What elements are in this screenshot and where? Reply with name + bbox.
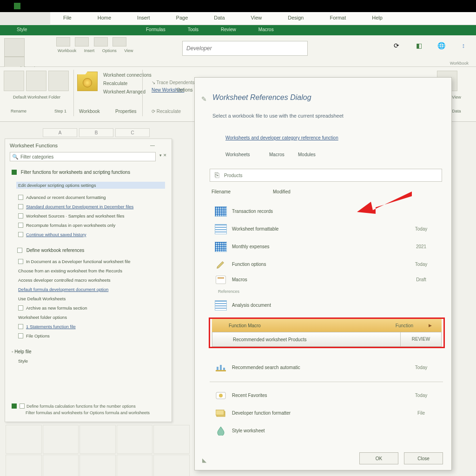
svg-rect-1	[217, 367, 218, 370]
ribbon-mini-workbook[interactable]: Workbook	[58, 48, 76, 53]
query-icon[interactable]: ◧	[412, 40, 426, 51]
checkbox-icon[interactable]	[18, 305, 23, 311]
dialog-highlight-row-1[interactable]: Function Macro Function ▶	[212, 319, 442, 332]
app-shell: File Home Insert Page Data View Design F…	[0, 0, 476, 476]
list-item[interactable]: Recommended search automaticToday	[210, 358, 443, 376]
ribbon-search-input[interactable]	[182, 41, 308, 56]
list-item[interactable]: Function optionsToday	[210, 255, 443, 273]
ok-button[interactable]: OK	[359, 452, 398, 464]
sheet-grid[interactable]	[5, 424, 191, 476]
sort-icon[interactable]: ↕	[456, 40, 470, 51]
col-header-a[interactable]: A	[43, 128, 77, 137]
taskpane-minimize-icon[interactable]: —	[150, 143, 155, 148]
list-item[interactable]: Worksheet formattableToday	[210, 220, 443, 238]
pen-icon	[210, 259, 232, 270]
menu-format[interactable]: Format	[317, 12, 359, 25]
droplet-icon	[210, 426, 232, 436]
tp-item[interactable]: Use Default Worksheets	[18, 296, 165, 301]
bullet-icon	[12, 403, 17, 409]
dialog-highlight-row-2[interactable]: Recommended worksheet Products REVIEW	[212, 332, 442, 347]
list-item[interactable]: Transaction records	[210, 202, 443, 220]
tp-item[interactable]: Standard document for Development in Dec…	[18, 204, 165, 209]
tp-item[interactable]: In Document as a Developer functional wo…	[18, 259, 165, 264]
dialog-top-link[interactable]: Worksheets and developer category refere…	[225, 135, 338, 140]
taskpane-caret-icon[interactable]: ▾ ✕	[159, 153, 167, 158]
col-header-b[interactable]: B	[79, 128, 113, 137]
menu-page[interactable]: Page	[163, 12, 201, 25]
tp-item[interactable]: Continue without saved history	[18, 232, 165, 237]
tp-item[interactable]: Worksheet folder options	[18, 315, 165, 320]
ribbon-tab-formulas[interactable]: Formulas	[135, 25, 177, 35]
menu-help[interactable]: Help	[359, 12, 396, 25]
cancel-button[interactable]: Close	[404, 452, 443, 464]
ribbon-right-label: Workbook	[450, 61, 469, 66]
taskpane-filter-dropdown[interactable]: 🔍 Filter categories	[10, 152, 156, 161]
resize-grip-icon[interactable]: ◣	[202, 457, 206, 463]
refresh-icon[interactable]: ⟳	[390, 40, 403, 51]
trace-icon-label[interactable]: ↘ Trace Dependents	[152, 80, 195, 85]
ribbon2-mid-0[interactable]: Recalculate	[103, 81, 127, 86]
dialog-col-modified[interactable]: Modified	[273, 189, 291, 194]
tp-item[interactable]: Recompute formulas in open worksheets on…	[18, 223, 165, 228]
checkbox-icon[interactable]	[18, 195, 23, 200]
ribbon-style-label: Style	[17, 27, 27, 32]
dialog-tab-worksheets[interactable]: Worksheets	[225, 152, 250, 157]
menu-home[interactable]: Home	[85, 12, 124, 25]
dialog-tab-macros[interactable]: Macros	[269, 152, 284, 157]
checkbox-icon[interactable]	[18, 213, 23, 218]
tp-item[interactable]: Archive as new formula section	[18, 305, 165, 311]
checkbox-icon[interactable]	[18, 223, 23, 228]
checkbox-icon[interactable]	[18, 259, 23, 264]
book-big-icon[interactable]	[4, 71, 24, 91]
col-header-c[interactable]: C	[115, 128, 150, 137]
checkbox-icon[interactable]	[18, 204, 23, 209]
menu-view[interactable]: View	[238, 12, 275, 25]
ribbon-tab-tools[interactable]: Tools	[177, 25, 210, 35]
tp-item[interactable]: Default formula development document opt…	[18, 287, 165, 292]
ribbon2-link-b[interactable]: Options	[177, 87, 192, 93]
dialog-search-input[interactable]: ⎘ Products	[210, 169, 442, 182]
tp-item[interactable]: Choose from an existing worksheet from t…	[18, 268, 165, 273]
menu-insert[interactable]: Insert	[124, 12, 163, 25]
ribbon-mini-view[interactable]: View	[124, 48, 133, 53]
list-item-sub[interactable]: References	[210, 286, 443, 296]
tp-item[interactable]: Edit developer scripting options setting…	[16, 182, 165, 189]
list-item[interactable]: MacrosDraft	[210, 273, 443, 286]
globe-icon[interactable]: 🌐	[434, 40, 448, 51]
ribbon-tab-review[interactable]: Review	[210, 25, 247, 35]
chart-icon[interactable]	[56, 37, 70, 46]
list-item[interactable]: Monthly expenses2021	[210, 238, 443, 255]
list-item[interactable]: Style worksheet	[210, 422, 443, 439]
checkbox-icon[interactable]	[18, 232, 23, 237]
checkbox-icon[interactable]	[17, 248, 22, 253]
ribbon2-mid-1[interactable]: Worksheet Arranged	[103, 89, 145, 94]
tp-item[interactable]: Worksheet Sources · Samples and workshee…	[18, 213, 165, 218]
checkbox-icon[interactable]	[18, 333, 23, 338]
tp-item[interactable]: 1 Statements function file	[18, 324, 165, 329]
list-item[interactable]: Analysis document	[210, 296, 443, 314]
menu-data[interactable]: Data	[201, 12, 238, 25]
ribbon-tab-macros[interactable]: Macros	[247, 25, 285, 35]
ribbon2-recalc[interactable]: ⟳ Recalculate	[152, 109, 181, 114]
dialog-tab-modules[interactable]: Modules	[298, 152, 316, 157]
clipboard-icon[interactable]	[4, 38, 25, 57]
table-icon[interactable]	[75, 37, 89, 46]
reference-dialog: ✎ Worksheet References Dialog Select a w…	[194, 77, 452, 470]
sheet-big-icon[interactable]	[48, 71, 69, 91]
checkbox-icon[interactable]	[18, 324, 23, 329]
ribbon-mini-insert[interactable]: Insert	[84, 48, 95, 53]
app-icon	[14, 3, 20, 9]
picture-icon[interactable]	[112, 37, 126, 46]
ribbon-mini-options[interactable]: Options	[102, 48, 117, 53]
menu-design[interactable]: Design	[275, 12, 317, 25]
page-big-icon[interactable]	[26, 71, 46, 91]
menu-file[interactable]: File	[50, 12, 85, 25]
list-item[interactable]: Developer function formatterFile	[210, 404, 443, 422]
tp-item[interactable]: Advanced or recent document formatting	[18, 195, 165, 200]
shapes-icon[interactable]	[94, 37, 108, 46]
tp-item[interactable]: File Options	[18, 333, 165, 338]
tp-help[interactable]: ◦ Help file	[12, 349, 31, 354]
list-item[interactable]: Recent FavoritesToday	[210, 386, 443, 404]
dialog-col-filename[interactable]: Filename	[212, 189, 231, 194]
tp-item[interactable]: Access developer controlled macro worksh…	[18, 278, 165, 283]
